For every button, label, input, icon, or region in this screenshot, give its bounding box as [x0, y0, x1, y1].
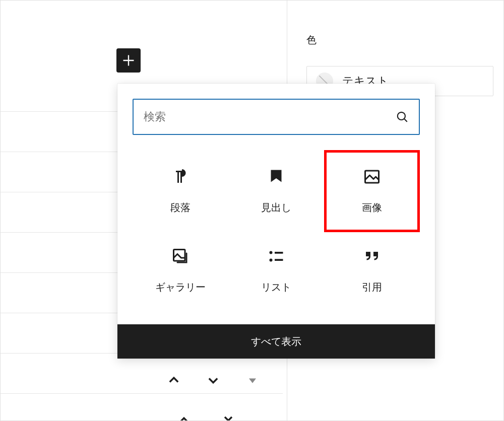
block-label: 見出し: [261, 201, 291, 215]
search-icon: [396, 110, 409, 123]
gallery-icon: [171, 247, 190, 265]
list-icon: [267, 247, 285, 265]
block-list[interactable]: リスト: [228, 232, 324, 309]
svg-line-1: [404, 119, 407, 121]
nav-arrows-2: [177, 413, 235, 421]
triangle-down-icon[interactable]: [245, 373, 260, 389]
plus-icon: [121, 53, 136, 67]
show-all-label: すべて表示: [251, 335, 301, 348]
block-grid: 段落 見出し 画像 ギャラリー リスト: [117, 145, 435, 324]
image-icon: [363, 168, 381, 186]
block-paragraph[interactable]: 段落: [133, 150, 228, 232]
block-label: 段落: [170, 201, 191, 215]
show-all-button[interactable]: すべて表示: [117, 324, 435, 359]
chevron-up-icon[interactable]: [167, 373, 181, 389]
search-input[interactable]: [144, 110, 396, 123]
block-label: 引用: [362, 280, 382, 294]
svg-point-4: [270, 251, 273, 254]
chevron-down-icon[interactable]: [206, 373, 220, 389]
add-block-button[interactable]: [116, 48, 141, 73]
paragraph-icon: [171, 168, 190, 186]
svg-rect-5: [275, 252, 283, 254]
svg-point-0: [398, 112, 405, 120]
block-image[interactable]: 画像: [324, 150, 420, 232]
block-label: ギャラリー: [155, 280, 206, 294]
block-gallery[interactable]: ギャラリー: [133, 232, 228, 309]
svg-point-6: [270, 259, 273, 262]
block-inserter-popover: 段落 見出し 画像 ギャラリー リスト: [117, 84, 435, 359]
svg-rect-7: [275, 259, 283, 261]
block-label: 画像: [362, 201, 382, 215]
chevron-up-icon[interactable]: [177, 413, 191, 421]
block-heading[interactable]: 見出し: [228, 150, 324, 232]
block-label: リスト: [261, 280, 291, 294]
quote-icon: [363, 247, 381, 265]
nav-arrows: [167, 373, 260, 389]
search-box: [133, 99, 420, 135]
block-quote[interactable]: 引用: [324, 232, 420, 309]
close-icon[interactable]: [221, 413, 235, 421]
color-section-heading: 色: [306, 33, 317, 47]
heading-icon: [267, 168, 285, 186]
